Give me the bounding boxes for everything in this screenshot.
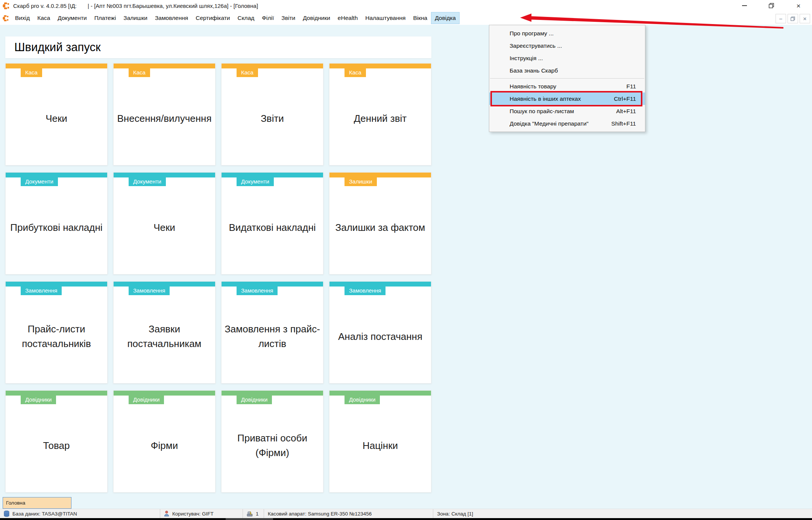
- tile-category-strip: [114, 282, 215, 287]
- close-button[interactable]: ×: [785, 0, 812, 11]
- menu-separator: [490, 78, 644, 79]
- tile-zamovlennia-z-prais-lystiv[interactable]: Замовлення Замовлення з прайс-листів: [221, 281, 323, 384]
- minimize-icon: [742, 5, 747, 6]
- tile-category-badge: Довідники: [237, 396, 272, 404]
- tile-dennyi-zvit[interactable]: Каса Денний звіт: [329, 63, 431, 165]
- help-menu-item-dovidka-medychni-preparaty[interactable]: Довідка "Медичні препарати" Shift+F11: [489, 117, 645, 130]
- mdi-minimize-button[interactable]: –: [776, 14, 786, 23]
- help-menu-item-pro-prohramu[interactable]: Про програму ...: [489, 27, 645, 39]
- mdi-window-controls: – ×: [776, 14, 810, 23]
- tile-label: Замовлення з прайс-листів: [222, 295, 323, 383]
- tile-firmy[interactable]: Довідники Фірми: [113, 390, 216, 493]
- tile-label: Видаткові накладні: [222, 186, 323, 274]
- menu-item-zamovlennia[interactable]: Замовлення: [151, 12, 192, 24]
- help-menu-item-label: Про програму ...: [510, 30, 636, 37]
- tile-zvity-kasa[interactable]: Каса Звіти: [221, 63, 323, 165]
- tile-category-badge: Довідники: [129, 396, 164, 404]
- cash-register-icon: [247, 511, 253, 517]
- tile-label: Внесення/вилучення: [114, 77, 215, 165]
- app-logo-icon: [3, 2, 10, 9]
- close-icon: ×: [796, 2, 800, 9]
- tile-cheky-dokumenty[interactable]: Документи Чеки: [113, 172, 216, 274]
- status-user: Користувач: GIFT: [160, 509, 243, 518]
- tile-prais-lysty-postachalnykiv[interactable]: Замовлення Прайс-листи постачальників: [5, 281, 108, 384]
- help-menu-item-label: Інструкція ...: [510, 55, 636, 62]
- menu-item-dokumenty[interactable]: Документи: [54, 12, 90, 24]
- tile-category-badge: Документи: [237, 177, 274, 186]
- quick-launch-header: Швидкий запуск: [5, 36, 431, 58]
- window-title: Скарб pro v. 4.0.2.85 [ІД: | - [Апт №003…: [13, 3, 258, 9]
- status-cash-device: Касовий апарат: Samsung ER-350 №123456: [264, 509, 433, 518]
- status-register-count-text: 1: [256, 511, 259, 517]
- tile-pryvatni-osoby[interactable]: Довідники Приватні особи (Фірми): [221, 390, 323, 493]
- menu-item-platezhi[interactable]: Платежі: [91, 12, 120, 24]
- menu-item-filii[interactable]: Філії: [258, 12, 278, 24]
- help-menu-item-baza-znan[interactable]: База знань Скарб: [489, 64, 645, 77]
- restore-button[interactable]: [758, 0, 785, 11]
- help-menu-item-label: База знань Скарб: [510, 67, 636, 74]
- tile-label: Чеки: [114, 186, 215, 274]
- menu-item-vyhid[interactable]: Вихід: [11, 12, 33, 24]
- help-menu-item-naiavnist-tovaru[interactable]: Наявність товару F11: [489, 80, 645, 92]
- tile-prybutkovi-nakladni[interactable]: Документи Прибуткові накладні: [5, 172, 108, 274]
- mdi-close-button[interactable]: ×: [800, 14, 810, 23]
- tile-vydatkovi-nakladni[interactable]: Документи Видаткові накладні: [221, 172, 323, 274]
- menu-item-nalashtuvannia[interactable]: Налаштування: [361, 12, 409, 24]
- tile-vnesennia-vyluchennia[interactable]: Каса Внесення/вилучення: [113, 63, 216, 165]
- window-controls: ×: [731, 0, 812, 11]
- tile-category-strip: [329, 391, 431, 396]
- tile-label: Прибуткові накладні: [6, 186, 107, 274]
- minimize-button[interactable]: [731, 0, 758, 11]
- tile-category-badge: Документи: [129, 177, 166, 186]
- help-menu-item-naiavnist-v-inshykh-aptekakh[interactable]: Наявність в інших аптеках Ctrl+F11: [489, 92, 645, 105]
- status-user-text: Користувач: GIFT: [172, 511, 214, 517]
- help-menu-item-label: Пошук по прайс-листам: [510, 108, 612, 115]
- tile-zaiavky-postachalnykam[interactable]: Замовлення Заявки постачальникам: [113, 281, 216, 384]
- shortcut-label: Alt+F11: [616, 108, 636, 115]
- tile-category-badge: Замовлення: [237, 287, 278, 295]
- tile-cheky-kasa[interactable]: Каса Чеки: [5, 63, 108, 165]
- restore-icon: [769, 3, 774, 8]
- help-menu-item-poshuk-po-prais-lystam[interactable]: Пошук по прайс-листам Alt+F11: [489, 105, 645, 117]
- menu-item-sertyfikaty[interactable]: Сертифікати: [192, 12, 234, 24]
- menu-item-zalyshky[interactable]: Залишки: [120, 12, 151, 24]
- tile-category-strip: [329, 64, 431, 68]
- tile-category-badge: Залишки: [345, 177, 377, 186]
- menu-item-ehealth[interactable]: eHealth: [334, 12, 361, 24]
- tile-label: Аналіз постачання: [329, 295, 431, 383]
- menu-item-dovidka[interactable]: Довідка: [431, 12, 460, 24]
- menu-item-vikna[interactable]: Вікна: [409, 12, 431, 24]
- menu-item-sklad[interactable]: Склад: [234, 12, 258, 24]
- tile-label: Націнки: [329, 404, 431, 492]
- title-bar: Скарб pro v. 4.0.2.85 [ІД: | - [Апт №003…: [0, 0, 812, 11]
- tile-zalyshky-za-faktom[interactable]: Залишки Залишки за фактом: [329, 172, 431, 274]
- menu-item-dovidnyky[interactable]: Довідники: [299, 12, 334, 24]
- tile-category-strip: [329, 173, 431, 177]
- status-cash-device-text: Касовий апарат: Samsung ER-350 №123456: [268, 511, 372, 517]
- tile-category-strip: [6, 173, 107, 177]
- help-menu-item-zareiestruvatys[interactable]: Зареєструватись ...: [489, 39, 645, 52]
- menu-item-kasa[interactable]: Каса: [33, 12, 54, 24]
- menu-item-zvity[interactable]: Звіти: [278, 12, 299, 24]
- tile-label: Фірми: [114, 404, 215, 492]
- tile-label: Товар: [6, 404, 107, 492]
- tile-category-badge: Замовлення: [21, 287, 62, 295]
- tile-category-strip: [329, 282, 431, 287]
- app-logo-icon-small: [3, 15, 9, 21]
- tile-natsinky[interactable]: Довідники Націнки: [329, 390, 431, 493]
- shortcut-label: Ctrl+F11: [614, 96, 636, 102]
- help-menu-item-instruktsiia[interactable]: Інструкція ...: [489, 52, 645, 64]
- tile-category-badge: Довідники: [345, 396, 380, 404]
- tile-analiz-postachannia[interactable]: Замовлення Аналіз постачання: [329, 281, 431, 384]
- database-icon: [4, 511, 9, 517]
- tile-category-strip: [222, 391, 323, 396]
- tab-holovna[interactable]: Головна: [3, 497, 71, 509]
- menu-bar: Вихід Каса Документи Платежі Залишки Зам…: [0, 11, 812, 25]
- mdi-restore-button[interactable]: [788, 14, 798, 23]
- tile-category-badge: Довідники: [21, 396, 56, 404]
- tile-category-badge: Замовлення: [129, 287, 170, 295]
- tile-tovar[interactable]: Довідники Товар: [5, 390, 108, 493]
- tile-category-badge: Документи: [21, 177, 58, 186]
- tile-label: Заявки постачальникам: [114, 295, 215, 383]
- tile-category-strip: [114, 173, 215, 177]
